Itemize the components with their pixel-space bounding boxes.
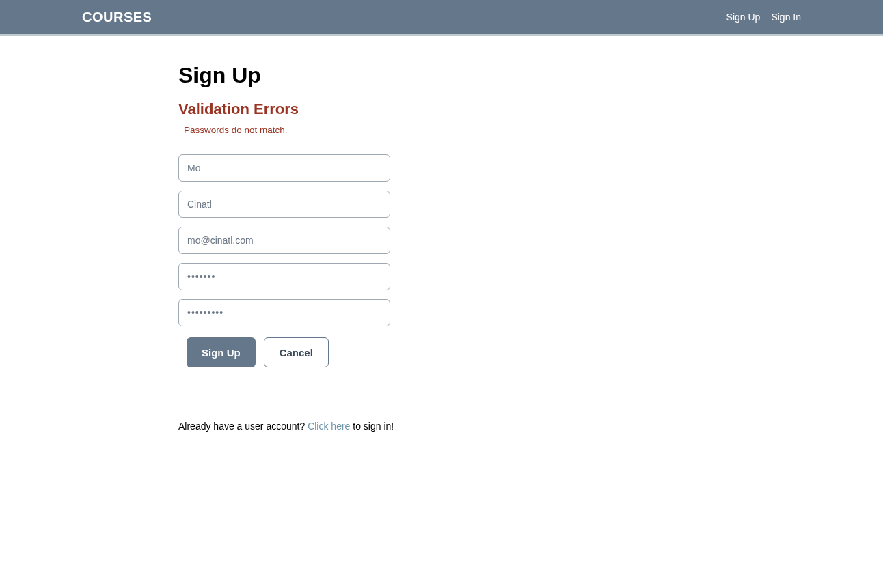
email-field xyxy=(178,227,705,254)
last-name-input[interactable] xyxy=(178,191,390,218)
signup-button[interactable]: Sign Up xyxy=(187,337,256,367)
app-header: COURSES Sign Up Sign In xyxy=(0,0,883,36)
confirm-password-field xyxy=(178,299,705,326)
email-input[interactable] xyxy=(178,227,390,254)
validation-error-item: Passwords do not match. xyxy=(184,125,705,135)
brand-logo[interactable]: COURSES xyxy=(82,10,152,25)
confirm-password-input[interactable] xyxy=(178,299,390,326)
signin-prompt-prefix: Already have a user account? xyxy=(178,421,308,432)
signin-prompt: Already have a user account? Click here … xyxy=(178,421,705,432)
button-row: Sign Up Cancel xyxy=(178,337,705,367)
signin-link[interactable]: Click here xyxy=(308,421,350,432)
password-input[interactable] xyxy=(178,263,390,290)
first-name-input[interactable] xyxy=(178,154,390,182)
last-name-field xyxy=(178,191,705,218)
first-name-field xyxy=(178,154,705,182)
cancel-button[interactable]: Cancel xyxy=(264,337,329,367)
password-field xyxy=(178,263,705,290)
nav-signin-link[interactable]: Sign In xyxy=(771,12,801,23)
nav-signup-link[interactable]: Sign Up xyxy=(726,12,761,23)
validation-errors-heading: Validation Errors xyxy=(178,100,705,118)
signin-prompt-suffix: to sign in! xyxy=(350,421,394,432)
signup-form: Sign Up Cancel xyxy=(178,154,705,367)
header-nav: Sign Up Sign In xyxy=(726,12,801,23)
page-title: Sign Up xyxy=(178,63,705,88)
main-content: Sign Up Validation Errors Passwords do n… xyxy=(178,36,705,432)
validation-errors-list: Passwords do not match. xyxy=(178,125,705,135)
